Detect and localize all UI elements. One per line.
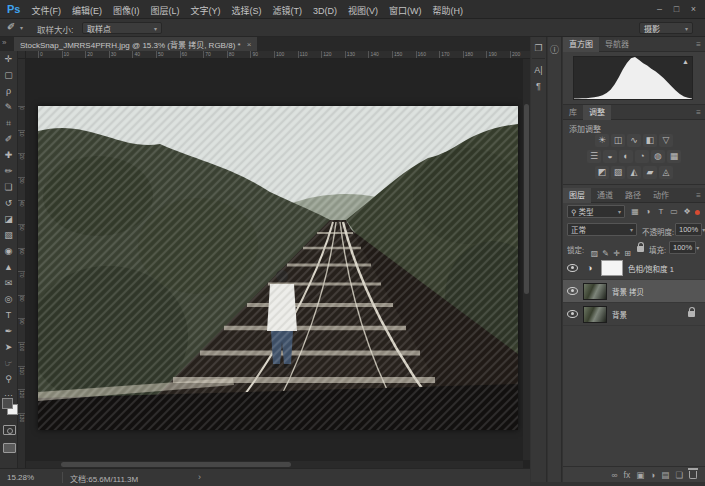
adjustments-tab[interactable]: 调整 <box>583 105 611 120</box>
path-selection-tool[interactable]: ➤ <box>0 339 17 355</box>
blur-tool[interactable]: ◉ <box>0 243 17 259</box>
eyedropper-tool-icon[interactable]: ✐ <box>7 21 15 32</box>
horizontal-scrollbar[interactable] <box>26 461 523 468</box>
histogram-tab[interactable]: 直方图 <box>563 37 599 52</box>
panel-menu-icon[interactable]: ≡ <box>696 191 701 200</box>
clone-source-icon[interactable]: ❐ <box>531 43 546 53</box>
gradient-map-icon[interactable]: ◬ <box>659 166 673 179</box>
eraser-tool[interactable]: ◪ <box>0 211 17 227</box>
filter-type-layers-icon[interactable]: T <box>655 206 667 218</box>
horizontal-scrollbar-thumb[interactable] <box>61 462 291 467</box>
status-menu-arrow[interactable]: › <box>198 472 201 482</box>
menu-item[interactable]: 编辑(E) <box>72 6 102 16</box>
opacity-value[interactable]: 100% ▾ <box>675 223 702 236</box>
layer-filter-toggle[interactable] <box>695 210 700 215</box>
new-layer-icon[interactable]: ❏ <box>675 468 683 482</box>
fill-value[interactable]: 100% ▾ <box>669 241 696 254</box>
layers-tab[interactable]: 动作 <box>647 188 675 203</box>
chevron-down-icon[interactable]: ▾ <box>20 24 23 31</box>
posterize-icon[interactable]: ▨ <box>611 166 625 179</box>
canvas-area[interactable]: 0102030405060708090100110120130140150160… <box>18 51 530 468</box>
screen-mode-button[interactable] <box>3 443 16 453</box>
delete-layer-icon[interactable] <box>689 471 697 479</box>
exposure-icon[interactable]: ◧ <box>643 134 657 147</box>
dodge-tool[interactable]: ◎ <box>0 291 17 307</box>
menu-item[interactable]: 帮助(H) <box>432 6 463 16</box>
vertical-scrollbar[interactable] <box>523 59 530 460</box>
color-lookup-icon[interactable]: ▦ <box>667 150 681 163</box>
channel-mixer-icon[interactable]: ◍ <box>651 150 665 163</box>
layer-effects-icon[interactable]: fx <box>624 468 631 482</box>
sample-size-dropdown[interactable]: 取样点 ▾ <box>82 22 162 34</box>
threshold-icon[interactable]: ◭ <box>627 166 641 179</box>
new-group-icon[interactable]: ▤ <box>661 468 669 482</box>
layer-mask-thumbnail[interactable] <box>601 260 623 276</box>
marquee-tool[interactable]: ▢ <box>0 67 17 83</box>
invert-icon[interactable]: ◩ <box>595 166 609 179</box>
workspace-dropdown[interactable]: 摄影 ▾ <box>639 22 693 34</box>
visibility-eye-icon[interactable] <box>567 264 578 272</box>
close-tab-icon[interactable]: × <box>247 40 252 49</box>
foreground-color-swatch[interactable] <box>2 398 13 409</box>
menu-item[interactable]: 滤镜(T) <box>272 6 302 16</box>
pen-tool[interactable]: ✒ <box>0 323 17 339</box>
new-adjustment-layer-icon[interactable]: ◑ <box>650 468 655 482</box>
paragraph-icon[interactable]: ¶ <box>531 81 546 91</box>
histogram-tab[interactable]: 导航器 <box>599 37 635 52</box>
quick-selection-tool[interactable]: ✎ <box>0 99 17 115</box>
brush-tool[interactable]: ✏ <box>0 163 17 179</box>
menu-item[interactable]: 文件(F) <box>31 6 61 16</box>
menu-item[interactable]: 图层(L) <box>150 6 179 16</box>
menu-item[interactable]: 3D(D) <box>313 6 337 16</box>
collapse-tools-icon[interactable]: » <box>2 38 6 47</box>
curves-icon[interactable]: ∿ <box>627 134 641 147</box>
brightness-contrast-icon[interactable]: ☀ <box>595 134 609 147</box>
adjustments-tab[interactable]: 库 <box>563 105 583 120</box>
filter-smart-objects-icon[interactable]: ❖ <box>681 206 693 218</box>
histogram-warning-icon[interactable]: ▲ <box>682 58 689 65</box>
color-balance-icon[interactable]: ◒ <box>603 150 617 163</box>
note-tool[interactable]: ✉ <box>0 275 17 291</box>
panel-menu-icon[interactable]: ≡ <box>696 108 701 117</box>
layers-tab[interactable]: 图层 <box>563 188 591 203</box>
layer-row[interactable]: 背景 <box>563 303 705 326</box>
vertical-scrollbar-thumb[interactable] <box>524 104 529 294</box>
document-image[interactable] <box>38 106 518 430</box>
zoom-tool[interactable]: ⚲ <box>0 371 17 387</box>
lock-all-icon[interactable] <box>637 246 644 252</box>
info-icon[interactable]: ⓘ <box>548 43 561 56</box>
sharpen-tool[interactable]: ▲ <box>0 259 17 275</box>
history-brush-tool[interactable]: ↺ <box>0 195 17 211</box>
link-layers-icon[interactable]: ∞ <box>611 468 617 482</box>
menu-item[interactable]: 文字(Y) <box>190 6 220 16</box>
menu-item[interactable]: 视图(V) <box>348 6 378 16</box>
gradient-tool[interactable]: ▧ <box>0 227 17 243</box>
eyedropper-tool[interactable]: ✐ <box>0 131 17 147</box>
vibrance-icon[interactable]: ▽ <box>659 134 673 147</box>
menu-item[interactable]: 窗口(W) <box>389 6 422 16</box>
layer-filter-type-dropdown[interactable]: ⚲ 类型 ▾ <box>567 205 625 218</box>
filter-pixel-layers-icon[interactable]: ▦ <box>629 206 641 218</box>
layer-row[interactable]: ◑色相/饱和度 1 <box>563 257 705 280</box>
crop-tool[interactable]: ⌗ <box>0 115 17 131</box>
character-icon[interactable]: A| <box>531 65 546 75</box>
hand-tool[interactable]: ☞ <box>0 355 17 371</box>
layers-tab[interactable]: 路径 <box>619 188 647 203</box>
minimize-button[interactable]: – <box>651 0 668 19</box>
move-tool[interactable]: ✛ <box>0 51 17 67</box>
visibility-eye-icon[interactable] <box>567 287 578 295</box>
layer-thumbnail[interactable] <box>583 283 607 300</box>
visibility-eye-icon[interactable] <box>567 310 578 318</box>
layers-tab[interactable]: 通道 <box>591 188 619 203</box>
selective-color-icon[interactable]: ▰ <box>643 166 657 179</box>
filter-shape-layers-icon[interactable]: ▭ <box>668 206 680 218</box>
lasso-tool[interactable]: ρ <box>0 83 17 99</box>
photo-filter-icon[interactable]: ◔ <box>635 150 649 163</box>
levels-icon[interactable]: ◫ <box>611 134 625 147</box>
menu-item[interactable]: 选择(S) <box>231 6 261 16</box>
layer-row[interactable]: 背景 拷贝 <box>563 280 705 303</box>
hue-saturation-icon[interactable]: ☰ <box>587 150 601 163</box>
spot-healing-tool[interactable]: ✚ <box>0 147 17 163</box>
filter-adjustment-layers-icon[interactable]: ◑ <box>642 206 654 218</box>
maximize-button[interactable]: □ <box>668 0 685 19</box>
